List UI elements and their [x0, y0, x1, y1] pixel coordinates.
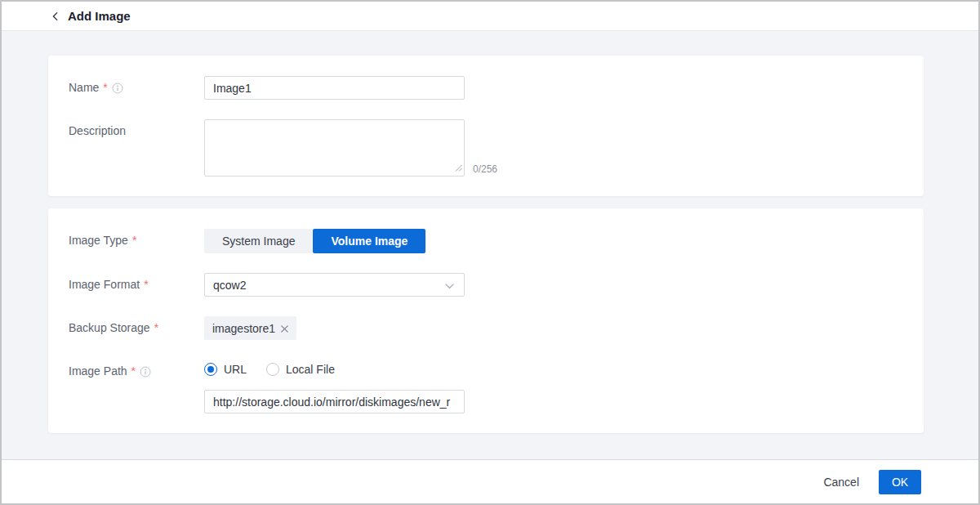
backup-storage-tag: imagestore1: [204, 316, 296, 340]
required-mark: *: [103, 81, 107, 94]
tag-close-icon[interactable]: [281, 325, 288, 333]
description-textarea[interactable]: [205, 120, 464, 176]
radio-url-circle: [204, 363, 217, 376]
radio-local-file[interactable]: Local File: [266, 363, 335, 376]
cancel-button[interactable]: Cancel: [823, 476, 859, 489]
image-format-row: Image Format * qcow2: [69, 273, 924, 297]
image-format-select[interactable]: qcow2: [204, 273, 465, 297]
name-input[interactable]: [204, 76, 465, 100]
image-type-label: Image Type *: [69, 229, 204, 247]
chevron-down-icon: [445, 279, 454, 292]
toggle-system-image[interactable]: System Image: [204, 229, 313, 253]
required-mark: *: [132, 234, 136, 247]
backup-storage-label: Backup Storage *: [69, 316, 204, 334]
page-footer: Cancel OK: [2, 459, 978, 503]
image-format-value: qcow2: [213, 279, 246, 292]
back-icon[interactable]: [48, 9, 63, 24]
page-header: Add Image: [2, 2, 978, 31]
add-image-page: Add Image Name *: [0, 0, 980, 505]
required-mark: *: [154, 321, 158, 334]
description-row: Description 0/256: [69, 119, 924, 177]
image-path-label: Image Path *: [69, 360, 204, 378]
image-format-label: Image Format *: [69, 273, 204, 291]
image-url-input[interactable]: [204, 390, 465, 413]
required-mark: *: [144, 278, 148, 291]
toggle-volume-image[interactable]: Volume Image: [313, 229, 425, 253]
image-details-card: Image Type * System Image Volume Image I…: [48, 208, 924, 433]
basic-info-card: Name * Description: [48, 56, 924, 196]
name-label: Name *: [69, 76, 204, 94]
info-icon[interactable]: [112, 83, 123, 94]
tag-label: imagestore1: [212, 322, 275, 335]
backup-storage-row: Backup Storage * imagestore1: [69, 316, 924, 340]
ok-button[interactable]: OK: [879, 470, 921, 494]
info-icon[interactable]: [140, 366, 151, 378]
radio-url[interactable]: URL: [204, 363, 247, 376]
required-mark: *: [131, 364, 136, 378]
image-type-toggle: System Image Volume Image: [204, 229, 425, 253]
description-char-counter: 0/256: [473, 163, 497, 177]
image-path-row: Image Path * URL: [69, 360, 924, 413]
image-type-row: Image Type * System Image Volume Image: [69, 229, 924, 253]
image-path-source-radios: URL Local File: [204, 360, 465, 376]
name-row: Name *: [69, 76, 924, 100]
radio-local-file-circle: [266, 363, 279, 376]
page-title: Add Image: [68, 9, 131, 23]
description-label: Description: [69, 119, 204, 137]
form-content: Name * Description: [2, 31, 978, 459]
